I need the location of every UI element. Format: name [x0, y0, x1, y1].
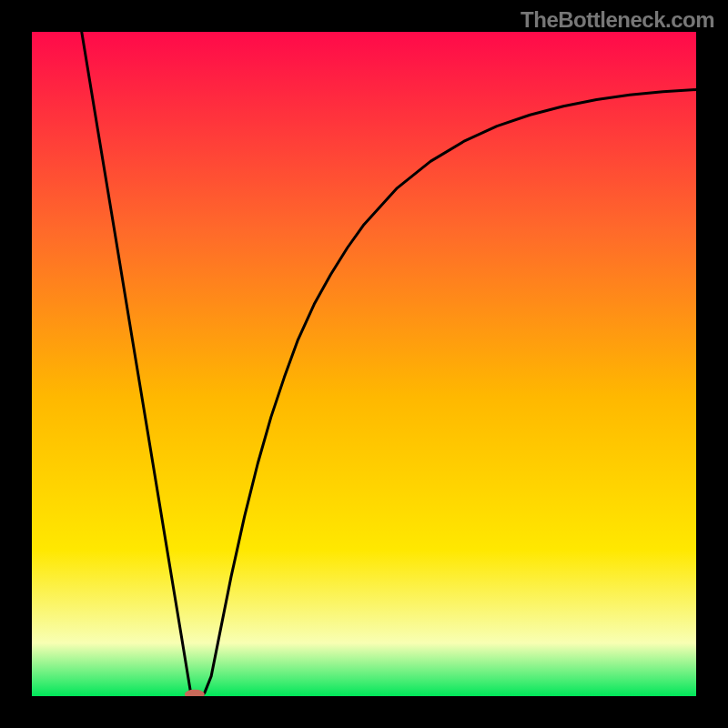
- watermark-text: TheBottleneck.com: [521, 7, 714, 33]
- chart-frame: TheBottleneck.com: [0, 0, 728, 728]
- bottleneck-chart: [32, 32, 696, 696]
- gradient-background: [32, 32, 696, 696]
- plot-area: [32, 32, 696, 696]
